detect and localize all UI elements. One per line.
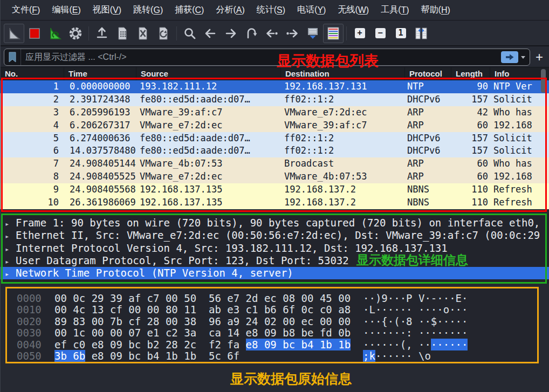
hex-row-0040[interactable]: 0040ef c0 e8 09 bc b2 28 2c f2 fa e8 09 … [17, 339, 538, 350]
cell-no: 10 [1, 196, 64, 209]
filter-bar: + [1, 47, 549, 67]
packet-row-4[interactable]: 46.206267317VMware_e7:2d:ecVMware_39:af:… [1, 119, 549, 132]
cell-time: 2.391724348 [64, 93, 136, 106]
find-packet-button[interactable] [180, 24, 200, 43]
expand-arrow-icon[interactable]: ▸ [5, 218, 16, 229]
expand-arrow-icon[interactable]: ▸ [5, 256, 16, 267]
cell-source: fe80::ed5d:aade:d07… [136, 132, 281, 145]
cell-no: 8 [1, 170, 64, 183]
zoom-out-button[interactable]: − [370, 24, 390, 43]
cell-protocol: ARP [405, 106, 451, 119]
column-header-time[interactable]: Time [64, 67, 136, 80]
zoom-original-button[interactable]: 1 [390, 24, 411, 43]
hex-row-0020[interactable]: 002089 83 00 7b cf 28 00 38 96 a9 24 02 … [17, 316, 538, 327]
cell-protocol: DHCPv6 [405, 145, 451, 157]
toolbar-separator [346, 26, 347, 40]
menu-item-y[interactable]: 电话(Y) [291, 0, 332, 20]
column-header-protocol[interactable]: Protocol [405, 67, 451, 80]
auto-scroll-button[interactable] [303, 24, 323, 43]
cell-source: fe80::ed5d:aade:d07… [136, 93, 281, 106]
resize-columns-button[interactable] [411, 24, 431, 43]
detail-row-2[interactable]: ▸Ethernet II, Src: VMware_e7:2d:ec (00:5… [1, 229, 549, 242]
go-back-button[interactable] [200, 24, 221, 43]
menu-item-g[interactable]: 跳转(G) [127, 0, 169, 20]
packet-row-1[interactable]: 10.000000000193.182.111.12192.168.137.13… [1, 80, 549, 93]
cell-protocol: DHCPv6 [405, 132, 451, 145]
add-filter-button[interactable]: + [532, 49, 546, 65]
reload-file-button[interactable] [153, 24, 174, 43]
menu-item-s[interactable]: 统计(S) [251, 0, 291, 20]
goto-arc-icon [244, 26, 259, 41]
column-header-source[interactable]: Source [136, 67, 281, 80]
detail-row-5[interactable]: ▸Network Time Protocol (NTP Version 4, s… [1, 267, 549, 279]
expand-arrow-icon[interactable]: ▸ [5, 243, 16, 255]
packet-row-9[interactable]: 924.908405568192.168.137.135192.168.137.… [1, 183, 549, 196]
hex-bytes: 89 83 00 7b cf 28 00 38 96 a9 24 02 00 e… [54, 316, 363, 327]
column-header-length[interactable]: Length [451, 67, 490, 80]
colorize-button[interactable] [323, 24, 344, 43]
cell-length: 157 [451, 93, 490, 106]
go-first-button[interactable] [262, 24, 282, 43]
packet-list: 10.000000000193.182.111.12192.168.137.13… [1, 80, 549, 209]
column-header-destination[interactable]: Destination [281, 67, 405, 80]
zoom-out-icon: − [375, 28, 386, 38]
start-capture-button[interactable] [4, 24, 24, 43]
restart-fin-icon [47, 26, 63, 41]
apply-filter-button[interactable] [501, 51, 518, 63]
menu-item-c[interactable]: 捕获(C) [169, 0, 210, 20]
zoom-in-button[interactable]: + [349, 24, 370, 43]
packet-row-5[interactable]: 56.274000636fe80::ed5d:aade:d07…ff02::1:… [1, 132, 549, 145]
resize-columns-icon [414, 26, 429, 41]
restart-capture-button[interactable] [45, 24, 65, 43]
detail-row-3[interactable]: ▸Internet Protocol Version 4, Src: 193.1… [1, 242, 549, 255]
hex-row-0030[interactable]: 003000 1c 00 00 07 e1 c2 3a ca 14 e8 09 … [17, 327, 538, 339]
cell-info: 192.168 [490, 170, 549, 183]
hex-row-0000[interactable]: 000000 0c 29 39 af c7 00 50 56 e7 2d ec … [17, 293, 538, 304]
detail-row-4[interactable]: ▸User Datagram Protocol, Src Port: 123, … [1, 255, 549, 267]
packet-row-8[interactable]: 824.908405525VMware_e7:2d:ecVMware_4b:07… [1, 170, 549, 183]
capture-options-button[interactable] [65, 24, 86, 43]
menu-item-e[interactable]: 编辑(E) [46, 0, 86, 20]
packet-row-7[interactable]: 724.908405144VMware_4b:07:53BroadcastARP… [1, 157, 549, 170]
save-file-button[interactable] [112, 24, 133, 43]
go-last-button[interactable] [282, 24, 303, 43]
stop-square-icon [27, 26, 42, 41]
bookmark-icon[interactable] [4, 49, 21, 65]
display-filter-field[interactable] [4, 49, 530, 66]
hex-row-0010[interactable]: 001000 4c 13 cf 00 00 80 11 ab e3 c1 b6 … [17, 304, 538, 315]
menu-item-t[interactable]: 工具(T) [375, 0, 415, 20]
filter-dropdown-caret[interactable] [521, 56, 525, 59]
menu-bar: 文件(F)编辑(E)视图(V)跳转(G)捕获(C)分析(A)统计(S)电话(Y)… [1, 0, 549, 20]
cell-destination: ff02::1:2 [281, 145, 405, 157]
vertical-scrollbar-thumb[interactable] [541, 69, 546, 93]
expand-arrow-icon[interactable]: ▸ [5, 230, 16, 242]
menu-item-f[interactable]: 文件(F) [6, 0, 46, 20]
file-close-icon [135, 26, 150, 41]
menu-item-w[interactable]: 无线(W) [332, 0, 375, 20]
go-to-packet-button[interactable] [241, 24, 262, 43]
menu-item-h[interactable]: 帮助(H) [415, 0, 456, 20]
cell-source: 193.182.111.12 [136, 80, 281, 93]
cell-length: 110 [451, 183, 490, 196]
cell-no: 6 [1, 145, 64, 157]
hex-row-0050[interactable]: 00503b 6b e8 09 bc b4 1b 1b 5c 6f;k·····… [17, 350, 538, 362]
expand-arrow-icon[interactable]: ▸ [5, 268, 16, 279]
packet-row-10[interactable]: 1026.361986069192.168.137.135192.168.137… [1, 196, 549, 209]
packet-row-2[interactable]: 22.391724348fe80::ed5d:aade:d07…ff02::1:… [1, 93, 549, 106]
packet-row-3[interactable]: 36.205996193VMware_39:af:c7VMware_e7:2d:… [1, 106, 549, 119]
cell-protocol: NTP [405, 80, 451, 93]
cell-info: Refresh [490, 196, 549, 209]
go-forward-button[interactable] [221, 24, 241, 43]
close-file-button[interactable] [133, 24, 153, 43]
open-file-button[interactable] [92, 24, 112, 43]
menu-item-v[interactable]: 视图(V) [87, 0, 127, 20]
column-header-no[interactable]: No. [1, 67, 64, 80]
filter-text-input[interactable] [21, 52, 501, 62]
cell-protocol: ARP [405, 170, 451, 183]
menu-item-a[interactable]: 分析(A) [210, 0, 250, 20]
packet-row-6[interactable]: 614.037578480fe80::ed5d:aade:d07…ff02::1… [1, 145, 549, 157]
column-header-info[interactable]: Info [490, 67, 549, 80]
stop-capture-button[interactable] [24, 24, 45, 43]
hex-bytes: 00 1c 00 00 07 e1 c2 3a ca 14 e8 09 b8 b… [54, 327, 363, 339]
detail-row-1[interactable]: ▸Frame 1: 90 bytes on wire (720 bits), 9… [1, 217, 549, 229]
